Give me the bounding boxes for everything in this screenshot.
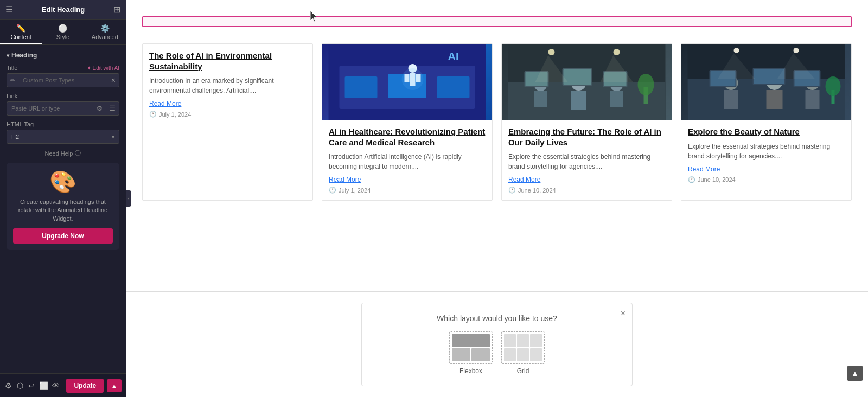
post-read-more-2[interactable]: Read More	[329, 176, 486, 183]
html-tag-select[interactable]: H2 H1 H3 H4 H5 H6 div span p	[7, 130, 107, 143]
panel-footer: ⚙ ⬡ ↩ ⬜ 👁 Update ▲	[0, 373, 126, 397]
post-read-more-1[interactable]: Read More	[149, 100, 306, 107]
post-card-body-4: Explore the Beauty of Nature Explore the…	[681, 120, 851, 190]
post-card-body-3: Embracing the Future: The Role of AI in …	[502, 120, 672, 200]
grid-grid	[502, 332, 544, 363]
responsive-footer-icon[interactable]: ⬜	[39, 378, 48, 393]
title-field-label: Title ✦ Edit with AI	[7, 65, 119, 71]
html-tag-label: HTML Tag	[7, 121, 119, 127]
grid-cell-6	[530, 348, 542, 361]
post-title-4[interactable]: Explore the Beauty of Nature	[688, 126, 845, 137]
svg-rect-18	[610, 91, 623, 107]
menu-icon[interactable]: ☰	[5, 4, 13, 15]
upgrade-now-button[interactable]: Upgrade Now	[13, 228, 113, 244]
svg-text:AI: AI	[448, 50, 459, 62]
post-title-2[interactable]: AI in Healthcare: Revolutionizing Patien…	[329, 126, 486, 148]
panel-content: Heading Title ✦ Edit with AI ✏ × Link ⚙ …	[0, 45, 126, 373]
promo-box: 🎨 Create captivating headings that rotat…	[7, 163, 119, 250]
html-tag-row: H2 H1 H3 H4 H5 H6 div span p ▾	[7, 130, 119, 144]
layout-dialog-overlay: × Which layout would you like to use? Fl…	[126, 291, 868, 397]
promo-text: Create captivating headings that rotate …	[13, 198, 113, 223]
content-tab-label: Content	[10, 34, 31, 40]
link-row: ⚙ ☰	[7, 101, 119, 116]
post-excerpt-4: Explore the essential strategies behind …	[688, 142, 845, 161]
post-image-ai-2	[502, 44, 672, 120]
style-tab-icon: ⚪	[58, 24, 67, 33]
flexbox-label: Flexbox	[459, 367, 482, 375]
html-tag-arrow-icon: ▾	[107, 134, 119, 140]
layout-grid-preview	[501, 331, 545, 364]
post-date-4: June 10, 2024	[688, 176, 845, 183]
link-input[interactable]	[7, 102, 93, 115]
post-read-more-4[interactable]: Read More	[688, 165, 845, 173]
post-title-3[interactable]: Embracing the Future: The Role of AI in …	[508, 126, 665, 148]
layout-dialog-close-button[interactable]: ×	[621, 309, 626, 318]
tab-content[interactable]: ✏️ Content	[0, 20, 42, 44]
post-card: The Role of AI in Environmental Sustaina…	[142, 43, 313, 201]
layout-option-grid[interactable]: Grid	[501, 331, 545, 375]
left-panel: ☰ Edit Heading ⊞ ✏️ Content ⚪ Style ⚙️ A…	[0, 0, 126, 397]
pen-icon: ✏	[7, 77, 18, 84]
heading-selected-area[interactable]	[142, 16, 852, 27]
scroll-to-top-button[interactable]: ▲	[847, 366, 863, 381]
preview-footer-icon[interactable]: 👁	[52, 378, 60, 393]
svg-point-44	[794, 48, 799, 53]
grid-icon[interactable]: ⊞	[113, 4, 120, 15]
promo-icon: 🎨	[13, 169, 113, 195]
link-settings-button[interactable]: ⚙	[93, 103, 106, 114]
grid-cell-4	[504, 348, 516, 361]
link-field-label: Link	[7, 93, 119, 99]
post-card-body-2: AI in Healthcare: Revolutionizing Patien…	[322, 120, 492, 200]
need-help: Need Help ⓘ	[7, 149, 119, 157]
advanced-tab-icon: ⚙️	[100, 24, 110, 33]
panel-tabs: ✏️ Content ⚪ Style ⚙️ Advanced	[0, 20, 126, 45]
post-image-ai-3	[681, 44, 851, 120]
flexbox-cell-large	[452, 334, 490, 347]
svg-point-43	[734, 48, 739, 53]
content-tab-icon: ✏️	[16, 24, 25, 33]
svg-rect-16	[571, 91, 586, 110]
post-card: AI AI in Healthcare: Revolutionizing Pat…	[322, 43, 493, 201]
post-title-1[interactable]: The Role of AI in Environmental Sustaina…	[149, 50, 306, 72]
panel-header: ☰ Edit Heading ⊞	[0, 0, 126, 20]
collapse-panel-handle[interactable]: ‹	[126, 190, 131, 207]
grid-cell-1	[504, 334, 516, 347]
tab-advanced[interactable]: ⚙️ Advanced	[84, 20, 126, 44]
title-input[interactable]	[18, 74, 108, 87]
post-excerpt-2: Introduction Artificial Intelligence (AI…	[329, 152, 486, 171]
grid-cell-5	[517, 348, 529, 361]
post-read-more-3[interactable]: Read More	[508, 176, 665, 183]
update-chevron-button[interactable]: ▲	[107, 379, 122, 392]
flexbox-cell-1	[452, 348, 470, 361]
svg-point-10	[402, 68, 424, 90]
svg-rect-34	[767, 90, 783, 109]
layout-flexbox-preview	[449, 331, 493, 364]
layout-dialog-title: Which layout would you like to use?	[375, 314, 619, 323]
grid-cell-3	[530, 334, 542, 347]
post-date-3: June 10, 2024	[508, 187, 665, 194]
post-card: Embracing the Future: The Role of AI in …	[501, 43, 672, 201]
post-card-body-1: The Role of AI in Environmental Sustaina…	[143, 44, 312, 124]
tab-style[interactable]: ⚪ Style	[42, 20, 84, 44]
main-area: The Role of AI in Environmental Sustaina…	[126, 0, 868, 397]
help-icon[interactable]: ⓘ	[75, 149, 81, 157]
svg-point-46	[826, 76, 841, 96]
layout-option-flexbox[interactable]: Flexbox	[449, 331, 493, 375]
layers-footer-icon[interactable]: ⬡	[16, 378, 24, 393]
svg-rect-23	[564, 69, 591, 85]
post-card: Explore the Beauty of Nature Explore the…	[681, 43, 852, 201]
post-date-1: July 1, 2024	[149, 111, 306, 118]
settings-footer-icon[interactable]: ⚙	[4, 378, 12, 393]
advanced-tab-label: Advanced	[92, 34, 118, 40]
link-list-button[interactable]: ☰	[106, 103, 119, 114]
update-button[interactable]: Update	[66, 379, 104, 393]
posts-section: The Role of AI in Environmental Sustaina…	[126, 33, 868, 212]
history-footer-icon[interactable]: ↩	[28, 378, 36, 393]
svg-point-28	[638, 74, 654, 95]
svg-point-26	[614, 49, 620, 55]
clear-title-button[interactable]: ×	[108, 76, 119, 85]
title-input-wrapper: ✏ ×	[7, 73, 119, 87]
post-date-2: July 1, 2024	[329, 187, 486, 194]
grid-label: Grid	[517, 367, 529, 375]
edit-with-ai-button[interactable]: ✦ Edit with AI	[87, 65, 119, 71]
